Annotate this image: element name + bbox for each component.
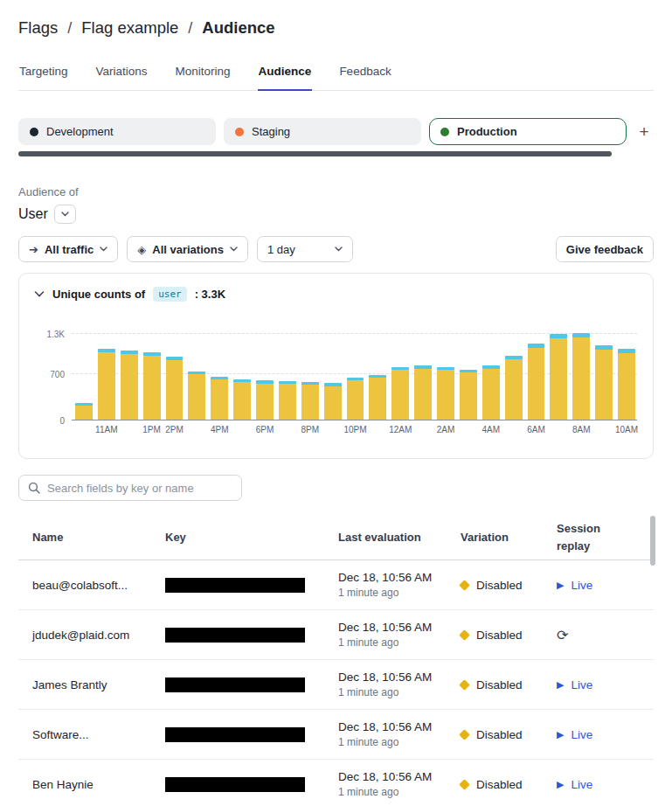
column-header-session-replay[interactable]: Session replay [543,520,614,554]
table-row[interactable]: James BrantlyDec 18, 10:56 AM1 minute ag… [18,660,654,710]
live-replay-link[interactable]: Live [571,678,592,691]
refresh-icon[interactable]: ⟳ [557,627,568,643]
table-row[interactable]: beau@colabsoft...Dec 18, 10:56 AM1 minut… [18,560,654,610]
filter-toolbar: ➔ All traffic ◈ All variations 1 day Giv… [18,236,654,262]
tab-feedback[interactable]: Feedback [338,57,391,91]
chart-bar[interactable]: 2AM [437,333,454,420]
redacted-key-value [165,777,305,792]
context-name-cell[interactable]: Ben Haynie [18,778,151,791]
breadcrumb-audience: Audience [202,18,274,38]
chart-bar[interactable]: 12AM [391,333,409,420]
chart-bar[interactable] [121,333,138,420]
env-pill-development[interactable]: Development [18,118,216,145]
column-header-name[interactable]: Name [18,531,151,544]
evaluation-date: Dec 18, 10:56 AM [338,720,433,733]
table-row[interactable]: Software...Dec 18, 10:56 AM1 minute agoD… [18,710,654,760]
chart-plot: 11AM1PM2PM4PM6PM8PM10PM12AM2AM4AM6AM8AM1… [72,333,637,420]
search-field[interactable] [18,475,242,501]
bar-main-segment [166,360,184,420]
context-name-cell[interactable]: James Brantly [18,678,151,691]
variation-diamond-icon [459,729,470,740]
table-row[interactable]: jdudek@plaid.comDec 18, 10:56 AM1 minute… [18,610,654,660]
chart-bar[interactable] [75,333,93,420]
tab-audience[interactable]: Audience [258,57,313,91]
chart-bar[interactable] [188,333,205,420]
redacted-key-value [165,677,305,692]
scrollbar-thumb[interactable] [18,151,612,156]
evaluation-relative-time: 1 minute ago [338,786,433,798]
context-key-cell [151,727,324,742]
breadcrumb: Flags / Flag example / Audience [0,0,672,38]
context-name-cell[interactable]: jdudek@plaid.com [18,629,151,642]
chart-header: Unique counts of user : 3.3K [19,274,653,302]
chart-bar[interactable] [414,333,432,420]
add-environment-button[interactable]: + [634,123,654,140]
context-name-cell[interactable]: Software... [18,728,151,741]
chart-title: Unique counts of [52,288,145,301]
last-evaluation-cell: Dec 18, 10:56 AM1 minute ago [324,671,447,698]
chart-bar[interactable] [460,333,477,420]
chart-bar[interactable] [233,333,251,420]
chart-bar[interactable]: 8PM [301,333,319,420]
table-header-row: Name Key Last evaluation Variation Sessi… [18,515,654,560]
table-row[interactable]: Ben HaynieDec 18, 10:56 AM1 minute agoDi… [18,760,654,806]
vertical-scrollbar[interactable] [650,516,655,566]
chart-bar[interactable] [324,333,342,420]
environment-horizontal-scrollbar[interactable] [18,151,654,156]
session-replay-cell: ▶Live [543,778,654,791]
chart-bar[interactable]: 10PM [347,333,364,420]
last-evaluation-cell: Dec 18, 10:56 AM1 minute ago [324,720,447,748]
column-header-variation[interactable]: Variation [447,531,543,544]
context-name-cell[interactable]: beau@colabsoft... [18,579,151,592]
arrow-right-icon: ➔ [29,243,38,256]
live-replay-link[interactable]: Live [571,728,592,741]
last-evaluation-cell: Dec 18, 10:56 AM1 minute ago [324,621,447,649]
chart-bar[interactable]: 1PM [143,333,161,420]
variation-diamond-icon [459,629,470,641]
column-header-last-evaluation[interactable]: Last evaluation [324,531,447,544]
tab-targeting[interactable]: Targeting [18,57,69,91]
chart-bar[interactable] [505,333,523,420]
chevron-down-icon [61,212,69,217]
live-replay-link[interactable]: Live [571,579,592,592]
column-header-key[interactable]: Key [151,531,324,544]
chart-bar[interactable] [550,333,567,420]
search-input[interactable] [47,482,232,495]
bar-main-segment [550,338,567,420]
chart-bar[interactable] [369,333,386,420]
audience-of-label: Audience of [18,185,654,198]
y-axis-tick: 1.3K [26,330,65,339]
context-kind-badge: user [153,287,187,302]
y-axis-tick: 0 [26,416,65,426]
collapse-chevron-icon[interactable] [34,291,45,297]
chart-bar[interactable]: 4PM [211,333,228,420]
chart-bar[interactable]: 4AM [482,333,500,420]
chart-bar[interactable]: 6AM [528,333,545,420]
live-replay-link[interactable]: Live [571,778,592,791]
traffic-filter-button[interactable]: ➔ All traffic [18,236,118,262]
context-kind-dropdown-button[interactable] [54,205,76,224]
chart-bar[interactable] [279,333,296,420]
breadcrumb-flags[interactable]: Flags [18,18,58,38]
variation-diamond-icon [459,580,470,591]
context-key-cell [151,677,324,692]
chart-bar[interactable]: 8AM [572,333,590,420]
bar-main-segment [618,353,635,420]
breadcrumb-flag-example[interactable]: Flag example [81,18,178,38]
chart-bar[interactable]: 6PM [256,333,274,420]
time-range-select[interactable]: 1 day [257,236,353,262]
chart-bar[interactable]: 10AM [618,333,635,420]
x-axis-tick: 6PM [256,425,274,434]
chart-bar[interactable] [595,333,613,420]
variations-filter-button[interactable]: ◈ All variations [127,236,248,262]
evaluation-date: Dec 18, 10:56 AM [338,571,433,584]
give-feedback-button[interactable]: Give feedback [556,236,654,262]
chart-bar[interactable]: 2PM [166,333,184,420]
tab-variations[interactable]: Variations [95,57,149,91]
chart-bar[interactable]: 11AM [98,333,115,420]
tab-monitoring[interactable]: Monitoring [175,57,232,91]
last-evaluation-cell: Dec 18, 10:56 AM1 minute ago [324,571,447,599]
env-pill-production[interactable]: Production [429,118,627,145]
breadcrumb-separator: / [188,19,192,38]
env-pill-staging[interactable]: Staging [224,118,421,145]
